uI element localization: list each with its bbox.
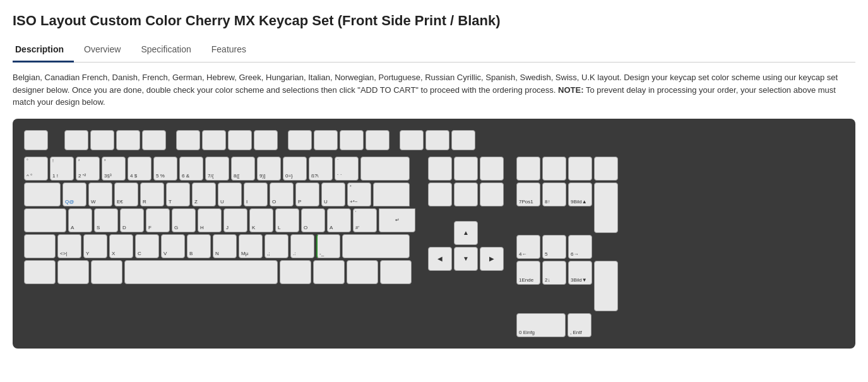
key-4[interactable]: 4 $: [128, 157, 152, 181]
key-j[interactable]: J: [223, 208, 247, 232]
key-t[interactable]: T: [166, 182, 190, 206]
key-down[interactable]: ▼: [454, 247, 478, 271]
key-a-umlaut[interactable]: A: [327, 208, 351, 232]
key-d[interactable]: D: [120, 208, 144, 232]
key-m[interactable]: Mµ: [239, 234, 263, 258]
key-g[interactable]: G: [172, 208, 196, 232]
key-s[interactable]: S: [94, 208, 118, 232]
key-f5[interactable]: [176, 130, 200, 150]
key-caret[interactable]: °^ °: [24, 157, 48, 181]
key-0[interactable]: 0=}: [283, 157, 307, 181]
key-num-enter[interactable]: [594, 261, 618, 311]
key-altgr[interactable]: [280, 260, 311, 284]
key-f8[interactable]: [254, 130, 278, 150]
key-f7[interactable]: [228, 130, 252, 150]
key-menu[interactable]: [347, 260, 378, 284]
key-3[interactable]: ³3§³: [102, 157, 126, 181]
key-z[interactable]: Z: [192, 182, 216, 206]
key-l[interactable]: L: [275, 208, 299, 232]
tab-description[interactable]: Description: [13, 39, 74, 63]
key-f12[interactable]: [366, 130, 389, 150]
key-num1[interactable]: 1Ende: [516, 261, 540, 285]
key-lshift[interactable]: [24, 234, 56, 258]
key-w[interactable]: W: [88, 182, 112, 206]
key-enter-top[interactable]: [373, 182, 410, 206]
key-home[interactable]: [454, 157, 478, 181]
key-num3[interactable]: 3Bild▼: [568, 261, 592, 285]
key-lalt[interactable]: [91, 260, 122, 284]
key-c[interactable]: C: [135, 234, 159, 258]
key-num-minus[interactable]: [594, 157, 618, 181]
key-a[interactable]: A: [68, 208, 92, 232]
key-num5[interactable]: 5: [542, 235, 566, 259]
key-sz[interactable]: ß?\: [309, 157, 333, 181]
key-space[interactable]: [124, 260, 278, 284]
key-k[interactable]: K: [249, 208, 273, 232]
key-comma[interactable]: ,;: [265, 234, 288, 258]
key-num-plus[interactable]: [594, 182, 618, 233]
tab-specification[interactable]: Specification: [131, 39, 201, 63]
key-rctrl[interactable]: [380, 260, 412, 284]
key-num-dot[interactable]: , Entf: [568, 313, 592, 337]
key-2[interactable]: ²2 "²: [76, 157, 100, 181]
key-num-star[interactable]: [568, 157, 592, 181]
key-num-slash[interactable]: [542, 157, 566, 181]
key-o[interactable]: O: [270, 182, 294, 206]
key-f1[interactable]: [64, 130, 88, 150]
key-o-umlaut[interactable]: O: [301, 208, 325, 232]
key-rshift[interactable]: [342, 234, 410, 258]
key-f4[interactable]: [142, 130, 166, 150]
key-f2[interactable]: [90, 130, 114, 150]
key-1[interactable]: !1 !: [50, 157, 74, 181]
key-delete[interactable]: [428, 182, 452, 206]
key-5[interactable]: 5 %: [153, 157, 177, 181]
key-lctrl[interactable]: [24, 260, 56, 284]
key-insert[interactable]: [428, 157, 452, 181]
key-i[interactable]: I: [244, 182, 268, 206]
key-7[interactable]: 7/{: [205, 157, 229, 181]
key-y[interactable]: Y: [83, 234, 107, 258]
key-u[interactable]: U: [218, 182, 242, 206]
key-num4[interactable]: 4←: [516, 235, 540, 259]
key-b[interactable]: B: [187, 234, 211, 258]
key-pgdn[interactable]: [480, 182, 504, 206]
key-right[interactable]: ▶: [480, 247, 504, 271]
key-f[interactable]: F: [146, 208, 170, 232]
key-capslock[interactable]: [24, 208, 66, 232]
key-minus[interactable]: -_: [316, 234, 340, 258]
key-num8[interactable]: 8↑: [542, 182, 566, 206]
key-prtsc[interactable]: [400, 130, 424, 150]
key-9[interactable]: 9)]: [257, 157, 281, 181]
key-f11[interactable]: [340, 130, 364, 150]
key-x[interactable]: X: [109, 234, 133, 258]
key-f6[interactable]: [202, 130, 226, 150]
key-u-umlaut[interactable]: U: [321, 182, 345, 206]
key-scrlk[interactable]: [425, 130, 449, 150]
key-6[interactable]: 6 &: [179, 157, 203, 181]
key-num6[interactable]: 6→: [568, 235, 592, 259]
key-pgup[interactable]: [480, 157, 504, 181]
key-up[interactable]: ▲: [454, 221, 478, 245]
key-esc[interactable]: [24, 130, 48, 150]
key-num0[interactable]: 0 Einfg: [516, 313, 566, 337]
key-left[interactable]: ◀: [428, 247, 452, 271]
key-lwin[interactable]: [57, 260, 89, 284]
key-end[interactable]: [454, 182, 478, 206]
tab-overview[interactable]: Overview: [74, 39, 131, 63]
key-e[interactable]: E€: [114, 182, 138, 206]
key-ltgt[interactable]: <>|: [57, 234, 81, 258]
key-tab[interactable]: [24, 182, 61, 206]
key-hash[interactable]: '#': [353, 208, 377, 232]
key-n[interactable]: N: [213, 234, 237, 258]
key-r[interactable]: R: [140, 182, 164, 206]
key-v[interactable]: V: [161, 234, 185, 258]
key-backspace[interactable]: [360, 157, 410, 181]
tab-features[interactable]: Features: [201, 39, 256, 63]
key-h[interactable]: H: [198, 208, 222, 232]
key-rwin[interactable]: [313, 260, 345, 284]
key-f10[interactable]: [314, 130, 338, 150]
key-enter-bottom[interactable]: ↵: [379, 208, 415, 232]
key-num2[interactable]: 2↓: [542, 261, 566, 285]
key-period[interactable]: .:: [290, 234, 314, 258]
key-f9[interactable]: [288, 130, 312, 150]
